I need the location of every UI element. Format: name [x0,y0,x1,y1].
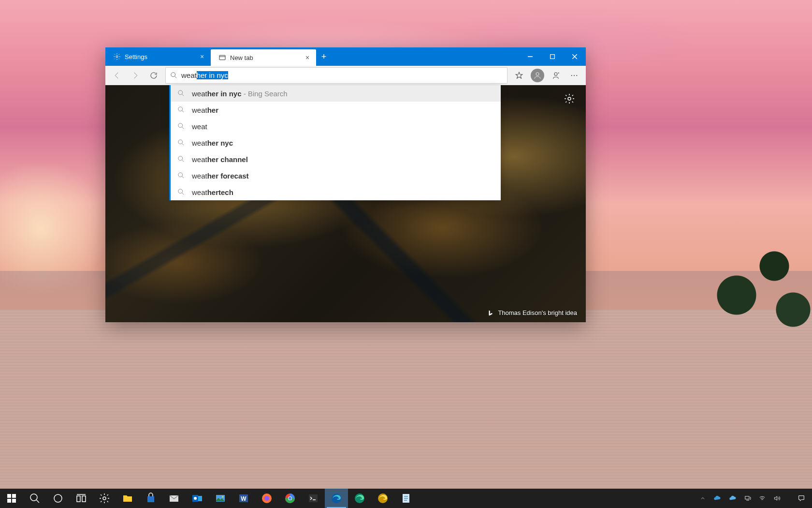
taskbar-chrome-icon[interactable] [278,489,302,508]
close-icon[interactable]: × [304,54,311,61]
svg-line-20 [182,127,184,129]
taskbar-store-icon[interactable] [139,489,162,508]
svg-point-54 [289,497,291,500]
minimize-button[interactable] [519,47,541,66]
chrome-icon [284,493,296,504]
taskbar-settings-icon[interactable] [93,489,116,508]
suggestion-text: weather nyc [192,139,233,147]
browser-titlebar: Settings × New tab × + [105,47,586,66]
new-tab-button[interactable]: + [316,47,332,66]
taskbar-outlook-icon[interactable] [186,489,209,508]
svg-point-10 [554,73,557,75]
suggestion-item[interactable]: weat [171,118,501,134]
bing-caption[interactable]: Thomas Edison's bright idea [487,309,577,316]
svg-rect-32 [12,499,16,503]
collections-button[interactable] [547,67,565,84]
close-window-button[interactable] [564,47,586,66]
svg-line-18 [182,110,184,112]
svg-point-49 [264,496,269,501]
svg-line-16 [182,94,184,96]
taskbar-search-icon[interactable] [23,489,46,508]
gear-icon[interactable] [564,93,575,105]
outlook-icon [191,493,203,504]
svg-point-39 [103,497,106,500]
taskbar-cortana-icon[interactable] [46,489,70,508]
onedrive-icon[interactable] [710,489,725,508]
network-icon[interactable] [755,489,769,508]
search-icon [177,172,185,179]
taskbar-edge-canary-icon[interactable] [371,489,394,508]
action-center-button[interactable] [794,489,809,508]
taskbar-firefox-icon[interactable] [255,489,278,508]
svg-line-26 [182,176,184,178]
taskbar-mail-icon[interactable] [162,489,186,508]
suggestion-item[interactable]: weathertech [171,184,501,200]
browser-window: Settings × New tab × + [105,47,586,322]
close-icon[interactable]: × [198,53,206,60]
svg-line-28 [182,193,184,194]
volume-icon[interactable] [769,489,784,508]
show-desktop-button[interactable] [809,489,812,508]
svg-point-33 [30,494,37,501]
taskbar-edge-icon[interactable] [325,489,348,508]
suggestion-item[interactable]: weather nyc [171,134,501,151]
profile-avatar[interactable] [531,69,544,82]
svg-point-0 [116,56,118,58]
gear-icon [113,53,121,60]
system-tray [696,489,812,508]
forward-button[interactable] [127,67,144,84]
taskbar-start-icon[interactable] [0,489,23,508]
svg-point-7 [171,73,175,77]
svg-point-19 [178,123,183,128]
bing-icon [487,310,494,316]
svg-rect-4 [551,55,555,59]
suggestion-item[interactable]: weather [171,102,501,118]
taskbar-word-icon[interactable]: W [232,489,255,508]
cortana-icon [52,493,64,504]
bing-caption-text: Thomas Edison's bright idea [498,309,577,316]
weather-tray-icon[interactable] [725,489,740,508]
notepad-icon [400,493,412,504]
photos-icon [215,493,226,504]
tab-settings[interactable]: Settings × [105,47,211,66]
taskbar-terminal-icon[interactable] [302,489,325,508]
suggestion-item[interactable]: weather in nyc - Bing Search [171,85,501,102]
explorer-icon [122,493,133,504]
project-icon[interactable] [740,489,755,508]
more-button[interactable] [566,67,583,84]
desktop-wallpaper-water [0,310,812,489]
taskbar-notepad-icon[interactable] [394,489,418,508]
svg-rect-1 [219,55,225,60]
search-icon [177,106,185,114]
window-controls [519,47,586,66]
svg-point-21 [178,140,183,144]
favorites-button[interactable] [510,67,528,84]
suggestion-item[interactable]: weather channel [171,151,501,167]
address-text: weather in nyc [181,71,507,79]
browser-toolbar: weather in nyc [105,66,586,85]
svg-line-24 [182,160,184,162]
taskbar-taskview-icon[interactable] [70,489,93,508]
svg-line-22 [182,143,184,145]
search-icon [166,72,181,79]
tab-newtab[interactable]: New tab × [211,49,316,66]
suggestion-item[interactable]: weather forecast [171,167,501,184]
taskview-icon [75,493,87,504]
maximize-button[interactable] [541,47,564,66]
refresh-button[interactable] [145,67,162,84]
svg-point-11 [571,75,572,75]
svg-point-43 [194,497,197,500]
taskbar-explorer-icon[interactable] [116,489,139,508]
tray-clock[interactable] [784,489,794,508]
svg-point-9 [536,73,539,75]
taskbar-edge-beta-icon[interactable] [348,489,371,508]
edge-canary-icon [377,493,389,504]
word-icon: W [238,493,249,504]
address-bar[interactable]: weather in nyc [165,67,508,84]
svg-rect-36 [77,496,80,502]
svg-point-23 [178,156,183,161]
back-button[interactable] [108,67,126,84]
svg-point-15 [178,90,183,95]
tray-overflow-button[interactable] [696,489,710,508]
taskbar-photos-icon[interactable] [209,489,232,508]
